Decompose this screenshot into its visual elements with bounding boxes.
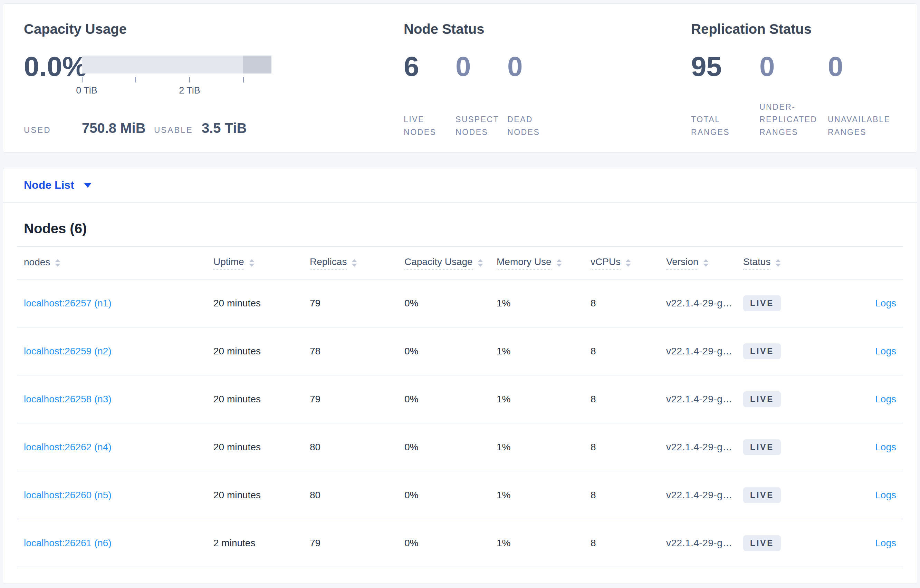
node-link[interactable]: localhost:26260 (n5) xyxy=(24,489,112,500)
capacity-used-usable-row: USED 750.8 MiB USABLE 3.5 TiB xyxy=(24,120,404,136)
unavailable-ranges-value: 0 xyxy=(828,54,896,79)
node-list-bar: Node List xyxy=(3,168,917,202)
live-nodes-stat: 6 LIVE NODES xyxy=(404,54,455,139)
column-header-capacity-usage[interactable]: Capacity Usage xyxy=(404,256,497,270)
capacity-usage-cell: 0% xyxy=(404,489,497,501)
replicas-cell: 80 xyxy=(310,489,404,501)
capacity-usage-cell: 0% xyxy=(404,442,497,453)
sort-icon xyxy=(249,259,254,267)
suspect-nodes-label: SUSPECT NODES xyxy=(455,113,507,139)
column-header-label: nodes xyxy=(24,257,50,269)
axis-tick xyxy=(243,77,244,82)
unavailable-ranges-stat: 0 UNAVAILABLE RANGES xyxy=(828,54,896,139)
replicas-cell: 78 xyxy=(310,346,404,357)
nodes-table-header: nodes Uptime Replicas Capacity Usage Mem… xyxy=(24,247,896,279)
version-cell: v22.1.4-29-g… xyxy=(666,442,743,453)
dead-nodes-value: 0 xyxy=(507,54,559,79)
status-badge: LIVE xyxy=(743,535,781,551)
node-status-section: Node Status 6 LIVE NODES 0 SUSPECT NODES… xyxy=(404,21,691,152)
node-status-title: Node Status xyxy=(404,21,691,37)
axis-tick-label: 0 TiB xyxy=(76,85,97,96)
vcpus-cell: 8 xyxy=(591,489,666,501)
node-link[interactable]: localhost:26262 (n4) xyxy=(24,442,112,452)
table-row: localhost:26259 (n2) 20 minutes 78 0% 1%… xyxy=(17,328,903,375)
node-link[interactable]: localhost:26257 (n1) xyxy=(24,298,112,309)
total-ranges-stat: 95 TOTAL RANGES xyxy=(691,54,760,139)
axis-tick xyxy=(135,77,136,82)
logs-link[interactable]: Logs xyxy=(875,346,896,357)
node-link[interactable]: localhost:26258 (n3) xyxy=(24,394,112,404)
table-row: localhost:26258 (n3) 20 minutes 79 0% 1%… xyxy=(17,375,903,423)
column-header-label: Capacity Usage xyxy=(404,256,473,270)
column-header-vcpus[interactable]: vCPUs xyxy=(591,256,666,270)
capacity-usage-section: Capacity Usage 0.0% 0 TiB 2 TiB USED 750… xyxy=(24,21,404,152)
vcpus-cell: 8 xyxy=(591,538,666,549)
replicas-cell: 79 xyxy=(310,298,404,309)
node-link[interactable]: localhost:26261 (n6) xyxy=(24,538,112,548)
sort-icon xyxy=(351,259,357,267)
suspect-nodes-value: 0 xyxy=(455,54,507,79)
capacity-usage-cell: 0% xyxy=(404,298,497,309)
replicas-cell: 80 xyxy=(310,442,404,453)
axis-tick xyxy=(189,77,190,82)
uptime-cell: 20 minutes xyxy=(214,489,310,501)
replication-status-stats: 95 TOTAL RANGES 0 UNDER-REPLICATED RANGE… xyxy=(691,54,896,139)
vcpus-cell: 8 xyxy=(591,394,666,405)
column-header-label: Status xyxy=(743,256,771,270)
sort-icon xyxy=(556,259,562,267)
nodes-table-title: Nodes (6) xyxy=(24,203,896,236)
axis-tick xyxy=(82,77,83,82)
uptime-cell: 20 minutes xyxy=(214,442,310,453)
status-badge: LIVE xyxy=(743,296,781,311)
axis-tick-label: 2 TiB xyxy=(179,85,200,96)
total-ranges-value: 95 xyxy=(691,54,760,79)
table-row: localhost:26257 (n1) 20 minutes 79 0% 1%… xyxy=(17,279,903,328)
table-row: localhost:26262 (n4) 20 minutes 80 0% 1%… xyxy=(17,423,903,472)
nodes-table-card: Nodes (6) nodes Uptime Replicas Capacity… xyxy=(3,202,917,584)
column-header-nodes[interactable]: nodes xyxy=(24,257,214,269)
node-link[interactable]: localhost:26259 (n2) xyxy=(24,346,112,357)
logs-link[interactable]: Logs xyxy=(875,298,896,309)
total-ranges-label: TOTAL RANGES xyxy=(691,113,760,139)
column-header-status[interactable]: Status xyxy=(743,256,826,270)
capacity-usage-cell: 0% xyxy=(404,538,497,549)
suspect-nodes-stat: 0 SUSPECT NODES xyxy=(455,54,507,139)
live-nodes-value: 6 xyxy=(404,54,455,79)
column-header-memory-use[interactable]: Memory Use xyxy=(497,256,591,270)
column-header-replicas[interactable]: Replicas xyxy=(310,256,404,270)
logs-link[interactable]: Logs xyxy=(875,394,896,405)
node-status-stats: 6 LIVE NODES 0 SUSPECT NODES 0 DEAD NODE… xyxy=(404,54,691,139)
logs-link[interactable]: Logs xyxy=(875,442,896,453)
column-header-label: Version xyxy=(666,256,698,270)
memory-use-cell: 1% xyxy=(497,538,591,549)
node-list-dropdown[interactable]: Node List xyxy=(24,179,92,192)
usable-value: 3.5 TiB xyxy=(202,120,246,136)
capacity-axis: 0 TiB 2 TiB xyxy=(82,73,271,96)
column-header-version[interactable]: Version xyxy=(666,256,743,270)
live-nodes-label: LIVE NODES xyxy=(404,113,455,139)
column-header-label: vCPUs xyxy=(591,256,620,270)
version-cell: v22.1.4-29-g… xyxy=(666,489,743,501)
node-list-dropdown-label: Node List xyxy=(24,179,74,192)
under-replicated-ranges-stat: 0 UNDER-REPLICATED RANGES xyxy=(760,54,828,139)
memory-use-cell: 1% xyxy=(497,346,591,357)
uptime-cell: 20 minutes xyxy=(214,394,310,405)
chevron-down-icon xyxy=(84,183,92,188)
sort-icon xyxy=(703,259,709,267)
logs-link[interactable]: Logs xyxy=(875,538,896,549)
dead-nodes-label: DEAD NODES xyxy=(507,113,559,139)
capacity-bar-track xyxy=(82,56,271,73)
memory-use-cell: 1% xyxy=(497,489,591,501)
column-header-uptime[interactable]: Uptime xyxy=(214,256,310,270)
usable-label: USABLE xyxy=(154,125,202,135)
status-badge: LIVE xyxy=(743,487,781,503)
replication-status-title: Replication Status xyxy=(691,21,896,37)
vcpus-cell: 8 xyxy=(591,442,666,453)
memory-use-cell: 1% xyxy=(497,298,591,309)
sort-icon xyxy=(55,259,60,267)
logs-link[interactable]: Logs xyxy=(875,489,896,501)
status-badge: LIVE xyxy=(743,439,781,455)
column-header-label: Replicas xyxy=(310,256,347,270)
table-row: localhost:26261 (n6) 2 minutes 79 0% 1% … xyxy=(17,519,903,567)
table-row: localhost:26260 (n5) 20 minutes 80 0% 1%… xyxy=(17,472,903,519)
